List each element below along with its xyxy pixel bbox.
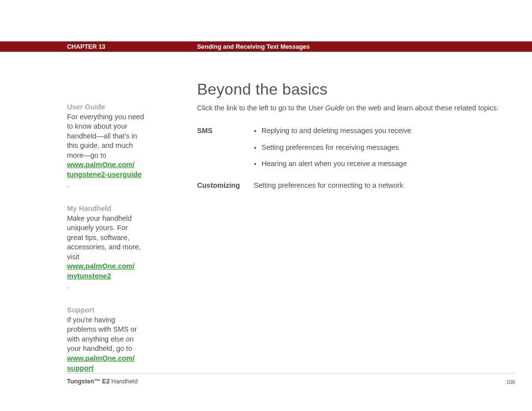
footer-product-bold: Tungsten™ E2 bbox=[67, 378, 110, 385]
footer-product-rest: Handheld bbox=[110, 378, 138, 385]
user-guide-link[interactable]: www.palmOne.com/ tungstene2-userguide bbox=[67, 160, 145, 179]
sidebar-body-user-guide: For everything you need to know about yo… bbox=[67, 113, 144, 159]
topics-container: SMS Replying to and deleting messages yo… bbox=[197, 123, 512, 195]
footer-page-number: 106 bbox=[506, 378, 515, 385]
list-item: Replying to and deleting messages you re… bbox=[262, 126, 512, 136]
sidebar-head-user-guide: User Guide bbox=[67, 103, 145, 112]
period: . bbox=[67, 282, 69, 290]
intro-suffix: on the web and learn about these related… bbox=[344, 104, 499, 112]
link-line2: mytunstene2 bbox=[67, 272, 111, 280]
list-item: Hearing an alert when you receive a mess… bbox=[262, 159, 512, 169]
topic-label-customizing: Customizing bbox=[197, 181, 254, 191]
topic-content-sms: Replying to and deleting messages you re… bbox=[254, 126, 512, 176]
intro-prefix: Click the link to the left to go to the bbox=[197, 104, 308, 112]
list-item: Setting preferences for receiving messag… bbox=[262, 143, 512, 153]
sidebar: User Guide For everything you need to kn… bbox=[67, 103, 145, 398]
sidebar-body-my-handheld: Make your handheld uniquely yours. For g… bbox=[67, 214, 141, 261]
my-handheld-link[interactable]: www.palmOne.com/ mytunstene2 bbox=[67, 262, 145, 281]
sidebar-head-support: Support bbox=[67, 306, 145, 315]
chapter-section-title: Sending and Receiving Text Messages bbox=[197, 43, 310, 51]
link-line1: www.palmOne.com/ bbox=[67, 160, 145, 170]
footer-product: Tungsten™ E2 Handheld bbox=[67, 377, 138, 386]
sidebar-block-my-handheld: My Handheld Make your handheld uniquely … bbox=[67, 204, 145, 291]
link-line1: www.palmOne.com/ bbox=[67, 262, 145, 272]
sidebar-block-user-guide: User Guide For everything you need to kn… bbox=[67, 103, 145, 189]
footer-divider bbox=[67, 373, 515, 374]
sidebar-body-support: If you're having problems with SMS or wi… bbox=[67, 316, 137, 353]
topic-content-customizing: Setting preferences for connecting to a … bbox=[254, 181, 512, 191]
link-line2: tungstene2-userguide bbox=[67, 171, 141, 178]
sidebar-head-my-handheld: My Handheld bbox=[67, 204, 145, 214]
support-link[interactable]: www.palmOne.com/ support bbox=[67, 354, 145, 373]
topic-row-customizing: Customizing Setting preferences for conn… bbox=[197, 181, 512, 191]
intro-text: Click the link to the left to go to the … bbox=[197, 103, 512, 113]
sidebar-block-support: Support If you're having problems with S… bbox=[67, 306, 145, 383]
topic-row-sms: SMS Replying to and deleting messages yo… bbox=[197, 126, 512, 176]
page-title: Beyond the basics bbox=[197, 79, 328, 100]
link-line1: www.palmOne.com/ bbox=[67, 354, 145, 364]
period: . bbox=[67, 180, 69, 188]
chapter-label: CHAPTER 13 bbox=[67, 43, 105, 51]
topic-label-sms: SMS bbox=[197, 126, 254, 136]
chapter-header-bar: CHAPTER 13 Sending and Receiving Text Me… bbox=[0, 41, 532, 52]
intro-emphasis: User Guide bbox=[308, 104, 344, 112]
link-line2: support bbox=[67, 364, 94, 372]
